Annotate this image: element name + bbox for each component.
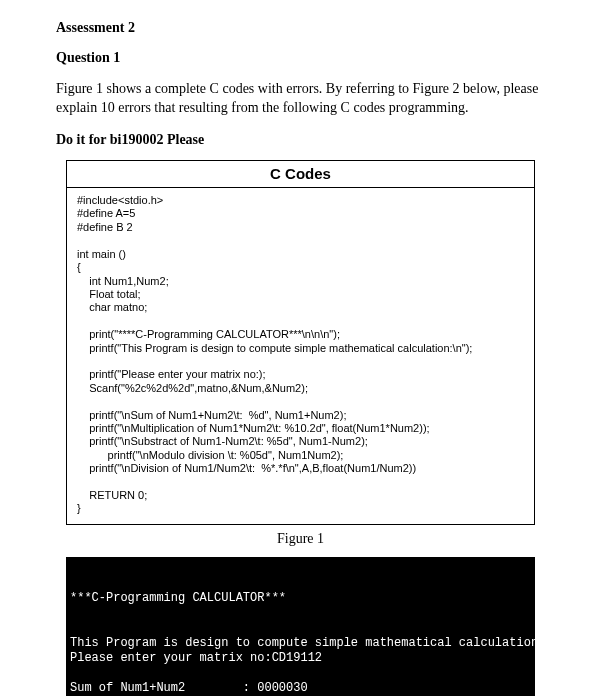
- c-codes-title: C Codes: [67, 161, 534, 188]
- page: Assessment 2 Question 1 Figure 1 shows a…: [0, 0, 595, 696]
- question-heading: Question 1: [56, 50, 545, 66]
- assessment-title: Assessment 2: [56, 20, 545, 36]
- c-codes-content: #include<stdio.h> #define A=5 #define B …: [67, 188, 534, 524]
- c-codes-box: C Codes #include<stdio.h> #define A=5 #d…: [66, 160, 535, 525]
- question-text: Figure 1 shows a complete C codes with e…: [56, 80, 545, 118]
- terminal-output: ***C-Programming CALCULATOR*** This Prog…: [66, 557, 535, 696]
- do-it-line: Do it for bi190002 Please: [56, 132, 545, 148]
- figure-1-caption: Figure 1: [56, 531, 545, 547]
- terminal-text: ***C-Programming CALCULATOR*** This Prog…: [70, 591, 529, 696]
